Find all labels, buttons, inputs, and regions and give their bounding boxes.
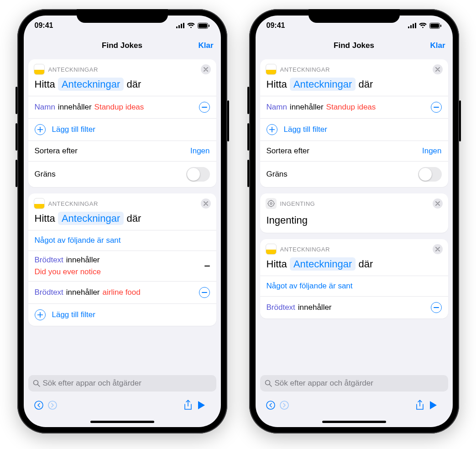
- toolbar: [256, 394, 453, 416]
- share-button[interactable]: [415, 400, 429, 411]
- action-entity-token[interactable]: Anteckningar: [290, 78, 356, 91]
- any-condition-button[interactable]: Något av följande är sant: [260, 276, 448, 296]
- redo-button[interactable]: [47, 400, 61, 410]
- limit-row: Gräns: [260, 162, 448, 187]
- action-entity-token[interactable]: Anteckningar: [290, 257, 356, 271]
- search-input[interactable]: Sök efter appar och åtgärder: [260, 375, 448, 392]
- action-suffix: där: [126, 78, 141, 90]
- filter-field[interactable]: Namn: [267, 103, 287, 112]
- filter-operator[interactable]: innehåller: [58, 103, 92, 112]
- svg-point-12: [35, 401, 43, 409]
- filter-row[interactable]: Namn innehåller Standup ideas: [28, 96, 216, 118]
- remove-action-button[interactable]: [433, 198, 443, 209]
- action-prefix: Hitta: [35, 213, 55, 224]
- notes-app-icon: [266, 244, 277, 255]
- svg-rect-16: [413, 24, 414, 28]
- add-filter-label: Lägg till filter: [284, 125, 327, 134]
- filter-value[interactable]: Standup ideas: [326, 103, 376, 112]
- notch: [77, 9, 168, 23]
- svg-point-13: [48, 401, 57, 409]
- svg-line-11: [37, 385, 40, 387]
- limit-toggle[interactable]: [186, 167, 210, 182]
- plus-icon: [267, 124, 277, 135]
- undo-button[interactable]: [266, 400, 279, 410]
- undo-button[interactable]: [34, 400, 47, 410]
- svg-point-32: [280, 401, 288, 409]
- remove-action-button[interactable]: [433, 64, 443, 74]
- redo-button[interactable]: [279, 400, 293, 410]
- toolbar: [24, 394, 221, 416]
- remove-filter-button[interactable]: [199, 287, 210, 298]
- action-suffix: där: [358, 258, 373, 270]
- svg-rect-7: [202, 107, 207, 108]
- sort-value[interactable]: Ingen: [190, 146, 210, 156]
- add-filter-label: Lägg till filter: [52, 125, 95, 134]
- share-button[interactable]: [183, 400, 197, 411]
- remove-filter-button[interactable]: [204, 266, 210, 266]
- filter-operator[interactable]: innehåller: [290, 103, 324, 112]
- filter-field[interactable]: Brödtext: [35, 256, 63, 265]
- action-entity-token[interactable]: Anteckningar: [58, 212, 124, 225]
- run-button[interactable]: [429, 401, 443, 410]
- run-button[interactable]: [197, 401, 211, 410]
- action-prefix: Hitta: [267, 258, 287, 270]
- notch: [309, 9, 400, 23]
- remove-filter-button[interactable]: [431, 102, 442, 113]
- filter-field[interactable]: Namn: [35, 103, 55, 112]
- gear-icon: [267, 200, 275, 207]
- svg-rect-9: [202, 292, 207, 293]
- svg-point-31: [267, 401, 275, 409]
- svg-rect-0: [176, 26, 178, 28]
- limit-toggle[interactable]: [418, 167, 442, 182]
- minus-icon: [202, 292, 207, 293]
- notes-app-icon: [34, 64, 45, 75]
- add-filter-button[interactable]: Lägg till filter: [260, 119, 448, 141]
- remove-action-button[interactable]: [201, 64, 211, 74]
- filter-field[interactable]: Brödtext: [267, 303, 295, 312]
- phone-right: 09:41 Find Jokes Klar ANTECKNINGAR: [249, 9, 459, 433]
- home-indicator[interactable]: [256, 416, 453, 427]
- filter-row[interactable]: Namn innehåller Standup ideas: [260, 96, 448, 118]
- wifi-icon: [419, 23, 427, 28]
- filter-operator[interactable]: innehåller: [66, 288, 100, 297]
- filter-value[interactable]: Did you ever notice: [35, 267, 210, 277]
- plus-icon: [35, 124, 46, 135]
- content-scroll[interactable]: ANTECKNINGAR Hitta Anteckningar där Namn…: [256, 56, 453, 372]
- minus-icon: [434, 307, 439, 308]
- plus-icon: [35, 309, 46, 320]
- svg-rect-6: [209, 25, 209, 27]
- remove-filter-button[interactable]: [431, 302, 442, 313]
- add-filter-button[interactable]: Lägg till filter: [28, 304, 216, 326]
- sort-row[interactable]: Sortera efter Ingen: [260, 141, 448, 161]
- svg-point-23: [270, 203, 272, 204]
- scripting-app-icon: [266, 198, 277, 209]
- remove-action-button[interactable]: [433, 244, 443, 254]
- action-app-label: ANTECKNINGAR: [48, 200, 98, 207]
- content-scroll[interactable]: ANTECKNINGAR Hitta Anteckningar där Namn…: [24, 56, 221, 372]
- action-entity-token[interactable]: Anteckningar: [58, 78, 124, 91]
- minus-icon: [202, 107, 207, 108]
- filter-row[interactable]: Brödtext innehåller Did you ever notice: [28, 251, 216, 281]
- filter-operator[interactable]: innehåller: [298, 303, 332, 312]
- sort-label: Sortera efter: [35, 146, 78, 156]
- filter-field[interactable]: Brödtext: [35, 288, 63, 297]
- page-title: Find Jokes: [256, 41, 453, 50]
- filter-value[interactable]: Standup ideas: [94, 103, 144, 112]
- filter-operator[interactable]: innehåller: [66, 256, 100, 265]
- home-indicator[interactable]: [24, 416, 221, 427]
- battery-icon: [198, 23, 210, 29]
- remove-filter-button[interactable]: [199, 102, 210, 113]
- sort-value[interactable]: Ingen: [422, 146, 442, 156]
- filter-row[interactable]: Brödtext innehåller: [260, 297, 448, 318]
- any-condition-button[interactable]: Något av följande är sant: [28, 230, 216, 251]
- sort-row[interactable]: Sortera efter Ingen: [28, 141, 216, 161]
- done-button[interactable]: Klar: [430, 41, 445, 50]
- remove-action-button[interactable]: [201, 198, 211, 209]
- status-time: 09:41: [35, 21, 53, 30]
- action-title: Hitta Anteckningar där: [260, 77, 448, 96]
- done-button[interactable]: Klar: [198, 41, 213, 50]
- add-filter-button[interactable]: Lägg till filter: [28, 119, 216, 141]
- filter-row[interactable]: Brödtext innehåller airline food: [28, 282, 216, 303]
- filter-value[interactable]: airline food: [103, 288, 141, 297]
- search-input[interactable]: Sök efter appar och åtgärder: [28, 375, 216, 392]
